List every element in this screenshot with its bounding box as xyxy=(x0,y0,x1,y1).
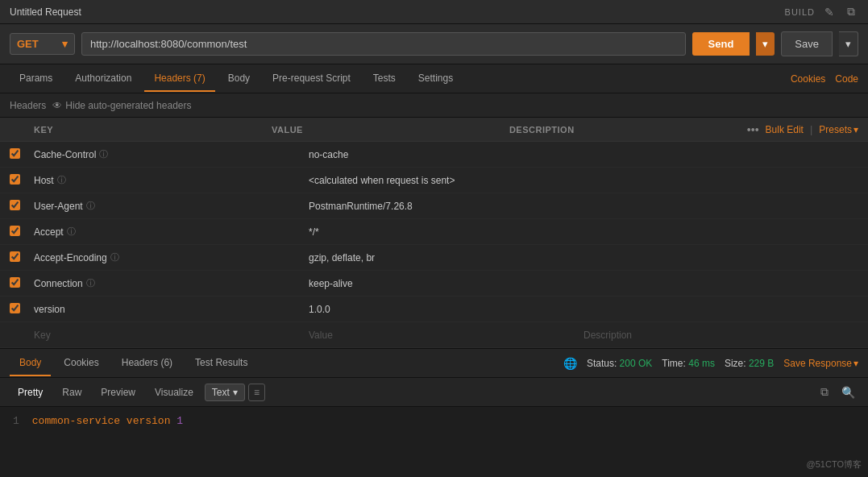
copy-icon-button[interactable]: ⧉ xyxy=(844,3,858,20)
checkbox-accept[interactable] xyxy=(10,226,20,236)
table-row: version 1.0.0 xyxy=(0,297,868,322)
code-space-1 xyxy=(120,415,127,427)
build-label: BUILD xyxy=(785,7,815,17)
title-bar-actions: BUILD ✎ ⧉ xyxy=(785,3,858,20)
presets-chevron-icon: ▾ xyxy=(853,124,858,135)
response-tabs: Body Cookies Headers (6) Test Results 🌐 … xyxy=(0,349,868,378)
resp-toolbar-right: ⧉ 🔍 xyxy=(817,384,858,400)
value-accept: */* xyxy=(309,226,584,238)
bulk-edit-button[interactable]: Bulk Edit xyxy=(766,124,804,135)
eye-icon: 👁 xyxy=(52,100,62,111)
table-row: Host ⓘ <calculated when request is sent> xyxy=(0,168,868,193)
table-header-row: KEY VALUE DESCRIPTION ••• Bulk Edit | Pr… xyxy=(0,118,868,142)
headers-label: Headers xyxy=(10,100,46,111)
title-bar: Untitled Request BUILD ✎ ⧉ xyxy=(0,0,868,24)
save-button[interactable]: Save xyxy=(781,31,833,56)
checkbox-version[interactable] xyxy=(10,303,20,313)
empty-desc-placeholder[interactable]: Description xyxy=(584,330,858,341)
size-label: Size: 229 B xyxy=(725,358,774,369)
table-row: Accept-Encoding ⓘ gzip, deflate, br xyxy=(0,245,868,271)
response-toolbar: Pretty Raw Preview Visualize Text ▾ ≡ ⧉ … xyxy=(0,378,868,407)
value-cache-control: no-cache xyxy=(309,149,584,160)
format-icon-button[interactable]: ≡ xyxy=(248,384,265,401)
request-tab-actions: Cookies Code xyxy=(791,73,858,85)
method-dropdown[interactable]: GET POST PUT DELETE xyxy=(17,38,59,50)
key-accept: Accept ⓘ xyxy=(34,226,309,238)
code-link[interactable]: Code xyxy=(835,73,858,85)
tab-settings[interactable]: Settings xyxy=(409,66,463,92)
empty-key-placeholder[interactable]: Key xyxy=(34,330,309,341)
more-options-button[interactable]: ••• xyxy=(747,123,759,136)
tab-pre-request-script[interactable]: Pre-request Script xyxy=(263,66,360,92)
time-value: 46 ms xyxy=(688,358,715,369)
info-icon-accept[interactable]: ⓘ xyxy=(67,226,76,238)
code-area: 1common-service version 1 xyxy=(0,407,868,435)
edit-icon-button[interactable]: ✎ xyxy=(821,4,837,20)
tab-authorization[interactable]: Authorization xyxy=(65,66,141,92)
key-user-agent: User-Agent ⓘ xyxy=(34,200,309,212)
headers-subbar: Headers 👁 Hide auto-generated headers xyxy=(0,93,868,118)
col-desc-header: DESCRIPTION xyxy=(509,125,747,135)
row-checkbox-6[interactable] xyxy=(10,277,34,290)
send-button[interactable]: Send xyxy=(692,32,750,56)
info-icon-connection[interactable]: ⓘ xyxy=(86,277,95,289)
row-checkbox-5[interactable] xyxy=(10,251,34,264)
row-checkbox-4[interactable] xyxy=(10,226,34,238)
tab-headers[interactable]: Headers (7) xyxy=(144,66,214,92)
table-row: Accept ⓘ */* xyxy=(0,219,868,245)
format-raw[interactable]: Raw xyxy=(54,384,89,401)
format-visualize[interactable]: Visualize xyxy=(147,384,201,401)
tab-params[interactable]: Params xyxy=(10,66,62,92)
response-meta: 🌐 Status: 200 OK Time: 46 ms Size: 229 B… xyxy=(563,357,858,370)
key-connection: Connection ⓘ xyxy=(34,277,309,289)
info-icon-host[interactable]: ⓘ xyxy=(57,174,66,186)
presets-label: Presets xyxy=(819,124,852,135)
checkbox-user-agent[interactable] xyxy=(10,200,20,210)
checkbox-host[interactable] xyxy=(10,174,20,185)
table-header-actions: ••• Bulk Edit | Presets ▾ xyxy=(747,123,858,136)
format-pretty[interactable]: Pretty xyxy=(10,384,51,401)
size-value: 229 B xyxy=(749,358,774,369)
hide-auto-generated-btn[interactable]: 👁 Hide auto-generated headers xyxy=(52,100,191,111)
url-input[interactable] xyxy=(81,32,686,56)
row-checkbox-2[interactable] xyxy=(10,174,34,187)
method-select[interactable]: GET POST PUT DELETE ▾ xyxy=(10,33,75,55)
request-tabs: Params Authorization Headers (7) Body Pr… xyxy=(0,64,868,93)
cookies-link[interactable]: Cookies xyxy=(791,73,825,85)
checkbox-accept-encoding[interactable] xyxy=(10,251,20,262)
tab-body[interactable]: Body xyxy=(218,66,260,92)
resp-tab-test-results[interactable]: Test Results xyxy=(185,350,257,376)
key-cache-control: Cache-Control ⓘ xyxy=(34,148,309,160)
format-preview[interactable]: Preview xyxy=(93,384,143,401)
presets-button[interactable]: Presets ▾ xyxy=(819,124,858,135)
save-dropdown-button[interactable]: ▾ xyxy=(839,31,858,56)
resp-tab-body[interactable]: Body xyxy=(10,350,51,376)
table-empty-row: Key Value Description xyxy=(0,322,868,348)
response-section: Body Cookies Headers (6) Test Results 🌐 … xyxy=(0,348,868,435)
row-checkbox-7[interactable] xyxy=(10,303,34,316)
copy-response-button[interactable]: ⧉ xyxy=(817,384,832,400)
tab-tests[interactable]: Tests xyxy=(363,66,405,92)
col-value-header: VALUE xyxy=(272,125,509,135)
send-dropdown-button[interactable]: ▾ xyxy=(756,32,775,56)
info-icon-accept-encoding[interactable]: ⓘ xyxy=(110,251,119,263)
row-checkbox-3[interactable] xyxy=(10,200,34,213)
checkbox-cache-control[interactable] xyxy=(10,148,20,159)
resp-tab-headers[interactable]: Headers (6) xyxy=(112,350,182,376)
empty-value-placeholder[interactable]: Value xyxy=(309,330,584,341)
search-response-button[interactable]: 🔍 xyxy=(838,384,858,400)
text-type-dropdown[interactable]: Text ▾ xyxy=(205,384,245,401)
info-icon-user-agent[interactable]: ⓘ xyxy=(86,200,95,212)
text-type-label: Text xyxy=(212,387,230,398)
url-bar: GET POST PUT DELETE ▾ Send ▾ Save ▾ xyxy=(0,24,868,64)
resp-tab-cookies[interactable]: Cookies xyxy=(54,350,108,376)
checkbox-connection[interactable] xyxy=(10,277,20,288)
key-host: Host ⓘ xyxy=(34,174,309,186)
status-value: 200 OK xyxy=(620,358,653,369)
row-checkbox-1[interactable] xyxy=(10,148,34,161)
save-response-button[interactable]: Save Response ▾ xyxy=(783,358,858,369)
value-accept-encoding: gzip, deflate, br xyxy=(309,252,584,263)
status-label: Status: 200 OK xyxy=(587,358,652,369)
info-icon-cache-control[interactable]: ⓘ xyxy=(99,148,108,160)
key-version: version xyxy=(34,304,309,315)
